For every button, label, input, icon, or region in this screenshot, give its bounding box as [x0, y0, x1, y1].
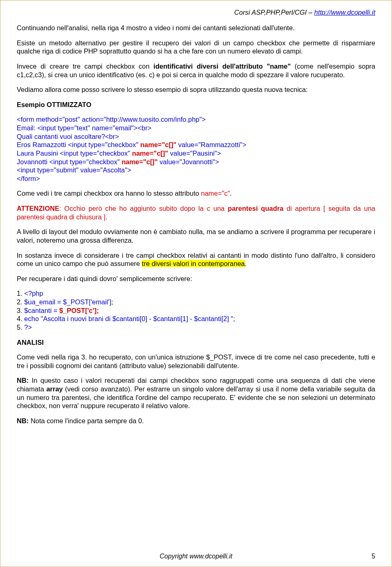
- s4b: echo "Ascolta i nuovi brani di $cantanti…: [24, 315, 235, 322]
- paragraph-11: NB: In questo caso i valori recuperati d…: [17, 376, 375, 410]
- p8-part-c: .: [245, 260, 247, 267]
- code-line-6a: Jovannotti <input type="checkbox": [17, 158, 122, 165]
- paragraph-9: Per recuperare i dati quindi dovro' semp…: [17, 275, 375, 283]
- s5b: ?>: [24, 324, 32, 331]
- p5-part-a: Come vedi i tre campi checkbox ora hanno…: [17, 190, 201, 197]
- page: Corsi ASP,PHP,Perl/CGI – http://www.dcop…: [0, 0, 392, 567]
- s3a: 3.: [17, 307, 24, 314]
- paragraph-3: Invece di creare tre campi checkbox con …: [17, 62, 375, 79]
- page-number: 5: [372, 553, 375, 560]
- header-prefix: Corsi ASP,PHP,Perl/CGI –: [234, 9, 314, 16]
- paragraph-2: Esiste un metodo alternativo per gestire…: [17, 39, 375, 56]
- page-header: Corsi ASP,PHP,Perl/CGI – http://www.dcop…: [17, 9, 375, 16]
- code-line-1: <form method="post" action="http://www.t…: [17, 116, 206, 123]
- p6-part-a: ATTENZIONE: [17, 205, 59, 212]
- code-line-3: Quali cantanti vuoi ascoltare?<br>: [17, 133, 119, 140]
- s5a: 5.: [17, 324, 24, 331]
- code-line-8: </form>: [17, 175, 40, 182]
- p11-part-a: NB:: [17, 377, 29, 384]
- p6-part-c: parentesi quadra: [228, 205, 283, 212]
- snippet-block: 1. <?php 2. $ua_email = $_POST['email'];…: [17, 289, 375, 331]
- p12-part-b: Nota come l'indice parta sempre da 0.: [29, 417, 144, 424]
- s4a: 4.: [17, 315, 24, 322]
- p11-part-c: array: [46, 385, 62, 393]
- paragraph-8: In sostanza invece di considerare i tre …: [17, 251, 375, 268]
- p11-part-d: (vedi corso avanzato). Per estrarre un s…: [17, 385, 375, 409]
- code-line-4b: name="c[]": [140, 141, 176, 148]
- heading-analisi: ANALISI: [17, 338, 375, 347]
- code-line-6b: name="c[]": [122, 158, 158, 165]
- s1b: <?php: [24, 290, 43, 297]
- paragraph-10: Come vedi nella riga 3. ho recuperato, c…: [17, 353, 375, 370]
- s3c: $_POST['c'];: [59, 307, 99, 314]
- code-line-7: <input type="submit" value="Ascolta">: [17, 166, 131, 174]
- footer-text: Copyright www.dcopelli.it: [160, 553, 232, 560]
- paragraph-attenzione: ATTENZIONE: Occhio però che ho aggiunto …: [17, 204, 375, 221]
- s3b: $cantanti =: [24, 307, 59, 314]
- heading-esempio: Esempio OTTIMIZZATO: [17, 100, 375, 109]
- p5-part-b: name="c": [201, 190, 230, 197]
- code-line-4a: Eros Ramazzotti <input type="checkbox": [17, 141, 140, 148]
- s1a: 1.: [17, 290, 24, 297]
- header-link[interactable]: http://www.dcopelli.it: [314, 9, 375, 16]
- paragraph-7: A livello di layout del modulo ovviament…: [17, 228, 375, 244]
- paragraph-1: Continuando nell'analisi, nella riga 4 m…: [17, 24, 375, 32]
- s2b: $ua_email = $_POST['email'];: [24, 298, 113, 306]
- paragraph-4: Vediamo allora come posso scrivere lo st…: [17, 85, 375, 94]
- p12-part-a: NB:: [17, 417, 29, 424]
- s2a: 2.: [17, 298, 24, 306]
- paragraph-12: NB: Nota come l'indice parta sempre da 0…: [17, 417, 375, 425]
- code-block: <form method="post" action="http://www.t…: [17, 115, 375, 183]
- code-line-4c: value="Rammazzotti">: [176, 141, 246, 148]
- paragraph-5: Come vedi i tre campi checkbox ora hanno…: [17, 189, 375, 198]
- p5-part-c: .: [230, 190, 232, 197]
- code-line-2: Email: <input type="text" name="email"><…: [17, 124, 151, 132]
- page-footer: Copyright www.dcopelli.it 5: [17, 553, 375, 560]
- p3-part-a: Invece di creare tre campi checkbox con: [17, 63, 154, 70]
- p6-part-b: : Occhio però che ho aggiunto subito dop…: [59, 205, 228, 212]
- code-line-5b: name="c[]": [132, 150, 168, 157]
- p3-part-b: identificativi diversi dell'attributo "n…: [154, 63, 291, 70]
- p8-part-b: tre diversi valori in contemporanea: [142, 260, 245, 267]
- code-line-5a: Laura Pausini <input type="checkbox": [17, 150, 132, 157]
- code-line-6c: value="Jovannotti">: [158, 158, 219, 165]
- code-line-5c: value="Pausini">: [168, 150, 221, 157]
